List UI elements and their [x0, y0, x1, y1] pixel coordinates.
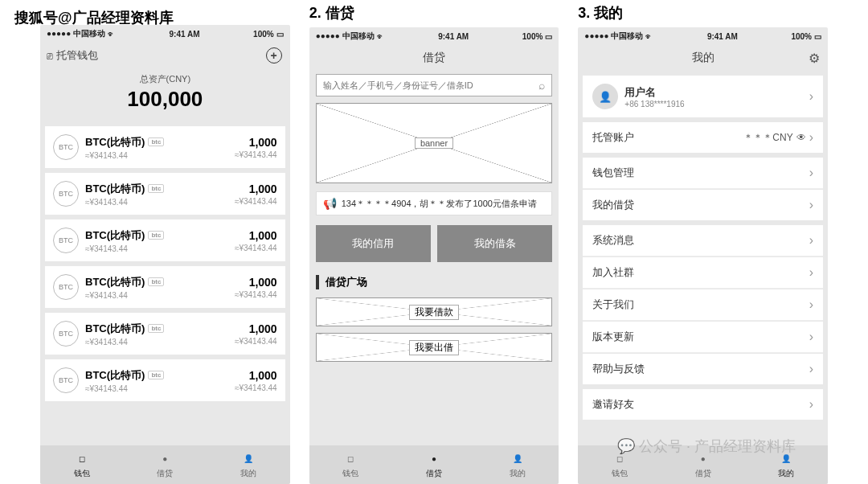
chevron-right-icon: › — [809, 397, 813, 412]
asset-amount: 1,000 — [235, 276, 277, 289]
asset-sub: ≈¥34143.44 — [85, 338, 228, 347]
megaphone-icon: 📢 — [323, 197, 337, 210]
section-title-2: 2. 借贷 — [309, 3, 559, 23]
asset-amount-sub: ≈¥34143.44 — [235, 337, 277, 346]
asset-tag: btc — [148, 184, 164, 193]
menu-label: 加入社群 — [592, 265, 634, 280]
wifi-icon: ᯤ — [645, 32, 653, 41]
menu-item[interactable]: 版本更新› — [583, 322, 823, 353]
asset-tag: btc — [148, 324, 164, 333]
menu-item[interactable]: 钱包管理› — [583, 158, 823, 189]
search-icon[interactable]: ⌕ — [538, 79, 545, 92]
menu-item[interactable]: 我的借贷› — [583, 190, 823, 220]
watermark-top: 搜狐号@广品经理资料库 — [14, 8, 174, 27]
trust-account-row[interactable]: 托管账户 ＊＊＊CNY 👁 › — [583, 122, 823, 153]
battery-icon: ▭ — [814, 32, 821, 41]
screen-wallet: ●●●●● 中国移动 ᯤ 9:41 AM 100% ▭ ⎚ 托管钱包 + 总资产… — [40, 25, 290, 484]
search-field[interactable] — [323, 80, 539, 90]
coin-icon: BTC — [53, 181, 79, 207]
asset-row[interactable]: BTCBTC(比特币) btc≈¥34143.441,000≈¥34143.44 — [45, 173, 285, 215]
asset-row[interactable]: BTCBTC(比特币) btc≈¥34143.441,000≈¥34143.44 — [45, 266, 285, 308]
asset-amount-sub: ≈¥34143.44 — [235, 244, 277, 252]
nav-bar: 我的 ⚙ — [578, 45, 828, 71]
username-label: 用户名 — [624, 85, 684, 100]
chevron-right-icon: › — [809, 198, 813, 212]
asset-amount: 1,000 — [235, 322, 277, 335]
wallet-icon: ⎚ — [47, 50, 53, 62]
asset-amount-sub: ≈¥34143.44 — [235, 384, 277, 392]
asset-row[interactable]: BTCBTC(比特币) btc≈¥34143.441,000≈¥34143.44 — [45, 313, 285, 355]
battery-icon: ▭ — [276, 30, 284, 39]
asset-name: BTC(比特币) btc — [85, 228, 228, 243]
asset-row[interactable]: BTCBTC(比特币) btc≈¥34143.441,000≈¥34143.44 — [45, 219, 285, 261]
asset-sub: ≈¥34143.44 — [85, 151, 228, 160]
asset-name: BTC(比特币) btc — [85, 135, 228, 150]
asset-amount-sub: ≈¥34143.44 — [235, 197, 277, 206]
nav-title-wallet: ⎚ 托管钱包 — [47, 48, 98, 63]
tab-bar: ◻ 钱包 ● 借贷 👤 我的 — [40, 445, 290, 484]
tab-wallet[interactable]: ◻ 钱包 — [74, 451, 90, 479]
tab-wallet[interactable]: ◻钱包 — [342, 451, 358, 479]
phone-label: +86 138****1916 — [624, 100, 684, 109]
nav-title-lending: 借贷 — [423, 51, 445, 65]
asset-row[interactable]: BTCBTC(比特币) btc≈¥34143.441,000≈¥34143.44 — [45, 126, 285, 168]
asset-amount-sub: ≈¥34143.44 — [235, 290, 277, 299]
tab-lending[interactable]: ●借贷 — [426, 451, 442, 479]
asset-amount-sub: ≈¥34143.44 — [235, 150, 277, 159]
menu-item[interactable]: 帮助与反馈› — [583, 354, 823, 384]
asset-sub: ≈¥34143.44 — [85, 384, 228, 393]
asset-name: BTC(比特币) btc — [85, 368, 228, 383]
lend-button[interactable]: 我要出借 — [316, 333, 553, 362]
asset-sub: ≈¥34143.44 — [85, 198, 228, 207]
gear-icon[interactable]: ⚙ — [809, 51, 820, 66]
tab-lending[interactable]: ● 借贷 — [157, 451, 173, 479]
asset-tag: btc — [148, 371, 164, 379]
mine-icon: 👤 — [510, 451, 526, 467]
menu-label: 钱包管理 — [592, 166, 634, 180]
lending-square-title: 借贷广场 — [316, 275, 553, 289]
menu-item[interactable]: 系统消息› — [583, 225, 823, 256]
total-assets: 总资产(CNY) 100,000 — [40, 68, 290, 126]
status-bar: ●●●●● 中国移动 ᯤ 9:41 AM 100% ▭ — [40, 25, 290, 43]
coin-icon: BTC — [53, 134, 79, 160]
add-button[interactable]: + — [266, 47, 282, 64]
coin-icon: BTC — [53, 367, 79, 393]
asset-amount: 1,000 — [235, 183, 277, 195]
banner-placeholder[interactable]: banner — [316, 103, 553, 183]
menu-label: 我的借贷 — [592, 198, 634, 212]
wallet-icon: ◻ — [342, 451, 358, 467]
status-bar: ●●●●● 中国移动 ᯤ 9:41 AM 100% ▭ — [578, 27, 828, 45]
coin-icon: BTC — [53, 274, 79, 300]
asset-name: BTC(比特币) btc — [85, 275, 228, 289]
tab-mine[interactable]: 👤我的 — [510, 451, 526, 479]
borrow-button[interactable]: 我要借款 — [316, 297, 553, 326]
chevron-right-icon: › — [809, 130, 813, 145]
menu-item[interactable]: 关于我们› — [583, 289, 823, 321]
wifi-icon: ᯤ — [108, 30, 116, 39]
profile-row[interactable]: 👤 用户名 +86 138****1916 › — [583, 76, 823, 117]
menu-item[interactable]: 加入社群› — [583, 257, 823, 289]
eye-icon[interactable]: 👁 — [796, 132, 806, 143]
asset-tag: btc — [148, 231, 164, 240]
my-iou-button[interactable]: 我的借条 — [437, 225, 552, 262]
asset-tag: btc — [148, 137, 164, 146]
lending-icon: ● — [426, 451, 442, 467]
coin-icon: BTC — [53, 228, 79, 253]
chevron-right-icon: › — [809, 362, 813, 376]
tab-mine[interactable]: 👤 我的 — [240, 451, 256, 479]
screen-lending: ●●●●● 中国移动 ᯤ 9:41 AM 100% ▭ 借贷 ⌕ banner … — [309, 27, 559, 484]
chevron-right-icon: › — [809, 330, 813, 344]
chevron-right-icon: › — [809, 166, 813, 180]
menu-label: 邀请好友 — [592, 397, 634, 412]
wifi-icon: ᯤ — [377, 32, 385, 41]
asset-row[interactable]: BTCBTC(比特币) btc≈¥34143.441,000≈¥34143.44 — [45, 359, 285, 401]
menu-label: 版本更新 — [592, 330, 634, 344]
menu-label: 关于我们 — [592, 297, 634, 312]
menu-item[interactable]: 邀请好友› — [583, 389, 823, 420]
search-input[interactable]: ⌕ — [316, 74, 553, 96]
my-credit-button[interactable]: 我的信用 — [316, 225, 431, 262]
asset-name: BTC(比特币) btc — [85, 182, 228, 196]
asset-tag: btc — [148, 277, 164, 286]
menu-label: 帮助与反馈 — [592, 362, 645, 376]
nav-bar: ⎚ 托管钱包 + — [40, 43, 290, 68]
